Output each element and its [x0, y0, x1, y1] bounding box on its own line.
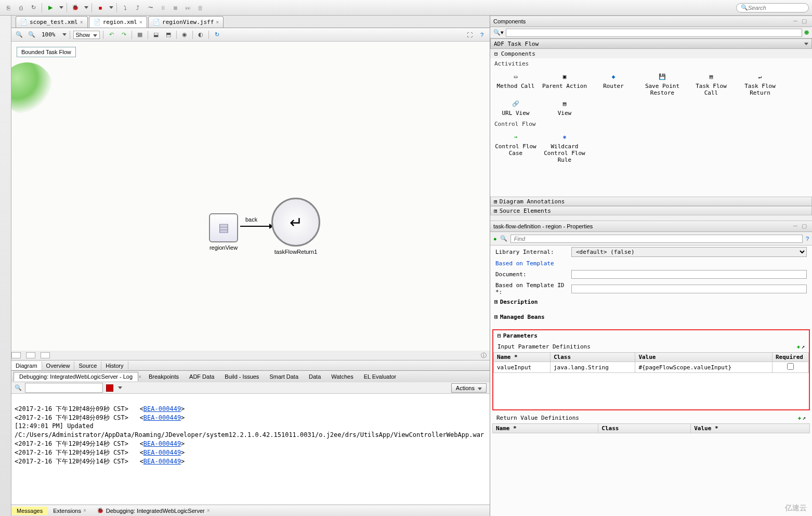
dtab-diagram[interactable]: Diagram [11, 362, 42, 370]
close-icon[interactable]: × [138, 374, 141, 380]
debug-icon[interactable]: 🐞 [70, 3, 81, 13]
zoom-in-icon[interactable]: 🔍 [27, 30, 36, 40]
color-swatch[interactable] [106, 384, 113, 392]
tab-regionview[interactable]: 📄regionView.jsff× [148, 16, 224, 28]
tool-a[interactable]: ▦ [135, 30, 145, 40]
log-tab-breakpoints[interactable]: Breakpoints [143, 372, 184, 381]
close-icon[interactable]: × [216, 19, 219, 25]
cf-case[interactable]: →Control Flow Case [492, 132, 539, 163]
dtab-source[interactable]: Source [74, 362, 101, 370]
step-icon-2[interactable]: ⤴ [133, 3, 143, 13]
ftab-debugging[interactable]: 🐞Debugging: IntegratedWebLogicServer × [91, 506, 215, 515]
source-elements[interactable]: ⊞ Source Elements [490, 206, 812, 215]
log-tab-smart[interactable]: Smart Data [264, 372, 304, 381]
act-tfcall[interactable]: ▤Task Flow Call [688, 71, 735, 96]
based-id-input[interactable] [571, 285, 807, 293]
node-regionview[interactable]: ▤ regionView [209, 213, 238, 251]
tab-scope-test[interactable]: 📄scope_test.xml× [16, 16, 88, 28]
parameters-section[interactable]: ⊟ Parameters [493, 330, 809, 341]
log-tab-watches[interactable]: Watches [326, 372, 358, 381]
dtab-history[interactable]: History [101, 362, 128, 370]
refresh-icon[interactable]: ↻ [212, 30, 221, 40]
help-icon[interactable]: ? [806, 236, 809, 242]
stop-icon[interactable]: ■ [95, 3, 106, 13]
toolbar-icon-1[interactable]: ⎘ [3, 3, 14, 13]
add-return-icon[interactable]: ✚ [798, 415, 802, 421]
log-body[interactable]: <2017-2-16 下午12时48分09秒 CST> <BEA-000449>… [11, 394, 490, 505]
tool-c[interactable]: ⬒ [164, 30, 173, 40]
col-class[interactable]: Class [550, 353, 635, 362]
toolbar-icon-2[interactable]: ⎙ [16, 3, 26, 13]
add-icon[interactable]: ⊕ [804, 29, 809, 36]
ftab-messages[interactable]: Messages [11, 507, 48, 515]
close-icon[interactable]: ▢ [802, 18, 809, 25]
undo-icon[interactable]: ↶ [107, 30, 116, 40]
required-checkbox[interactable] [787, 363, 794, 370]
table-row[interactable]: valueInput java.lang.String #{pageFlowSc… [494, 362, 809, 373]
run-icon[interactable]: ▶ [45, 3, 56, 13]
more-icon[interactable]: ↗ [801, 343, 805, 350]
bullet-icon[interactable]: ● [493, 236, 497, 242]
show-dropdown[interactable]: Show [73, 31, 100, 39]
more-icon[interactable]: ↗ [802, 415, 806, 421]
cf-wildcard[interactable]: ✱Wildcard Control Flow Rule [541, 132, 588, 163]
minimize-icon[interactable]: ─ [793, 223, 801, 230]
document-input[interactable] [571, 270, 807, 279]
rcol-name[interactable]: Name * [493, 424, 598, 433]
act-parent-action[interactable]: ▣Parent Action [541, 71, 588, 96]
rcol-value[interactable]: Value * [691, 424, 810, 433]
trash-icon[interactable]: 🗑 [195, 3, 205, 13]
log-filter-input[interactable] [25, 383, 103, 393]
close-icon[interactable]: ▢ [802, 223, 809, 230]
rcol-class[interactable]: Class [598, 424, 691, 433]
dtab-overview[interactable]: Overview [42, 362, 75, 370]
close-icon[interactable]: × [207, 508, 210, 513]
log-tab-data[interactable]: Data [304, 372, 326, 381]
act-router[interactable]: ◆Router [590, 71, 637, 96]
log-tab-build[interactable]: Build - Issues [219, 372, 264, 381]
act-urlview[interactable]: 🔗URL View [492, 98, 539, 117]
log-tab-debug[interactable]: Debugging: IntegratedWebLogicServer - Lo… [14, 372, 138, 381]
thumb-1[interactable] [11, 352, 21, 358]
zoom-value[interactable]: 100% [40, 31, 58, 38]
managed-beans-section[interactable]: ⊞ Managed Beans [490, 312, 812, 322]
info-icon[interactable]: ⓘ [481, 352, 487, 359]
description-section[interactable]: ⊞ Description [490, 297, 812, 307]
search-input[interactable] [748, 5, 804, 11]
diagram-canvas[interactable]: Bounded Task Flow ▤ regionView back ↵ ta… [11, 42, 490, 351]
add-param-icon[interactable]: ✚ [797, 343, 801, 350]
thumb-2[interactable] [26, 352, 35, 358]
help-icon[interactable]: ? [477, 30, 487, 40]
tool-d[interactable]: ◉ [180, 30, 189, 40]
ftab-extensions[interactable]: Extensions × [48, 507, 91, 515]
edge[interactable] [240, 226, 271, 227]
act-view[interactable]: ▤View [541, 98, 588, 117]
act-tfreturn[interactable]: ↵Task Flow Return [737, 71, 783, 96]
global-search[interactable]: 🔍 [736, 3, 809, 12]
adf-taskflow-drawer[interactable]: ADF Task Flow [490, 38, 812, 49]
close-icon[interactable]: × [83, 508, 86, 513]
thumb-3[interactable] [41, 352, 50, 358]
col-name[interactable]: Name * [494, 353, 551, 362]
tool-icon-4[interactable]: ⏸ [158, 3, 168, 13]
diagram-annotations[interactable]: ⊞ Diagram Annotations [490, 197, 812, 206]
based-template-link[interactable]: Based on Template [490, 259, 812, 268]
toolbar-icon-3[interactable]: ↻ [28, 3, 38, 13]
col-value[interactable]: Value [635, 353, 772, 362]
tool-e[interactable]: ◐ [196, 30, 205, 40]
zoom-out-icon[interactable]: 🔍 [15, 30, 24, 40]
edge-label[interactable]: back [245, 216, 257, 223]
components-search-input[interactable] [506, 29, 802, 37]
tool-icon-5[interactable]: ⏹ [170, 3, 180, 13]
redo-icon[interactable]: ↷ [119, 30, 128, 40]
act-savepoint[interactable]: 💾Save Point Restore [639, 71, 686, 96]
props-find-input[interactable] [510, 235, 803, 243]
library-select[interactable]: <default> (false) [571, 247, 807, 257]
col-required[interactable]: Required [772, 353, 809, 362]
tool-b[interactable]: ⬓ [151, 30, 161, 40]
close-icon[interactable]: × [139, 19, 142, 25]
node-taskflowreturn[interactable]: ↵ taskFlowReturn1 [271, 198, 320, 255]
step-icon-3[interactable]: ⤳ [145, 3, 155, 13]
minimize-icon[interactable]: ─ [793, 18, 801, 25]
max-icon[interactable]: ⛶ [465, 30, 474, 40]
